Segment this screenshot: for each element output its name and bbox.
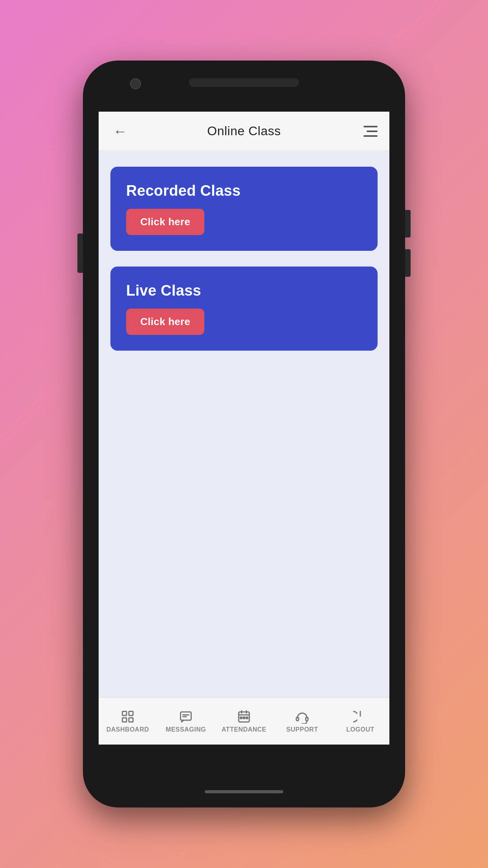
page-title: Online Class bbox=[207, 124, 281, 138]
calendar-icon bbox=[237, 710, 251, 724]
phone-bottom-bar bbox=[83, 776, 405, 807]
headset-icon bbox=[295, 710, 309, 724]
power-icon bbox=[353, 710, 367, 724]
recorded-class-button[interactable]: Click here bbox=[126, 209, 204, 235]
speaker bbox=[189, 78, 299, 87]
camera bbox=[130, 78, 141, 89]
nav-label-dashboard: DASHBOARD bbox=[106, 726, 149, 733]
svg-rect-0 bbox=[123, 711, 127, 715]
nav-item-messaging[interactable]: MESSAGING bbox=[157, 710, 215, 733]
svg-point-6 bbox=[243, 717, 245, 719]
back-button[interactable]: ← bbox=[110, 121, 130, 141]
svg-rect-3 bbox=[129, 718, 133, 722]
nav-label-logout: LOGOUT bbox=[346, 726, 374, 733]
recorded-class-card: Recorded Class Click here bbox=[110, 167, 378, 251]
back-arrow-icon: ← bbox=[113, 124, 127, 138]
menu-icon bbox=[367, 131, 378, 132]
message-icon bbox=[179, 710, 193, 724]
menu-icon bbox=[363, 135, 378, 137]
power-side-button bbox=[77, 234, 83, 273]
svg-rect-1 bbox=[129, 711, 133, 715]
nav-item-dashboard[interactable]: DASHBOARD bbox=[99, 710, 157, 733]
volume-up-button bbox=[405, 210, 411, 237]
svg-rect-9 bbox=[296, 717, 299, 721]
screen: ← Online Class Recorded Class Click here… bbox=[99, 112, 389, 745]
live-class-button[interactable]: Click here bbox=[126, 309, 204, 335]
svg-point-8 bbox=[246, 717, 248, 719]
volume-down-button bbox=[405, 249, 411, 277]
menu-icon bbox=[363, 126, 378, 127]
phone-device: ← Online Class Recorded Class Click here… bbox=[83, 61, 405, 807]
nav-label-attendance: ATTENDANCE bbox=[222, 726, 266, 733]
nav-item-support[interactable]: SUPPORT bbox=[273, 710, 331, 733]
nav-item-logout[interactable]: LOGOUT bbox=[331, 710, 389, 733]
svg-point-7 bbox=[240, 717, 242, 719]
nav-item-attendance[interactable]: ATTENDANCE bbox=[215, 710, 273, 733]
phone-top-bar bbox=[83, 61, 405, 112]
recorded-class-title: Recorded Class bbox=[126, 182, 240, 199]
nav-label-support: SUPPORT bbox=[286, 726, 318, 733]
app-bar: ← Online Class bbox=[99, 112, 389, 151]
menu-button[interactable] bbox=[358, 121, 378, 141]
bottom-nav: DASHBOARD MESSAGING bbox=[99, 697, 389, 745]
home-indicator bbox=[205, 790, 283, 793]
main-content: Recorded Class Click here Live Class Cli… bbox=[99, 151, 389, 697]
nav-label-messaging: MESSAGING bbox=[166, 726, 206, 733]
grid-icon bbox=[121, 710, 135, 724]
live-class-card: Live Class Click here bbox=[110, 267, 378, 351]
svg-rect-2 bbox=[123, 718, 127, 722]
live-class-title: Live Class bbox=[126, 282, 201, 299]
